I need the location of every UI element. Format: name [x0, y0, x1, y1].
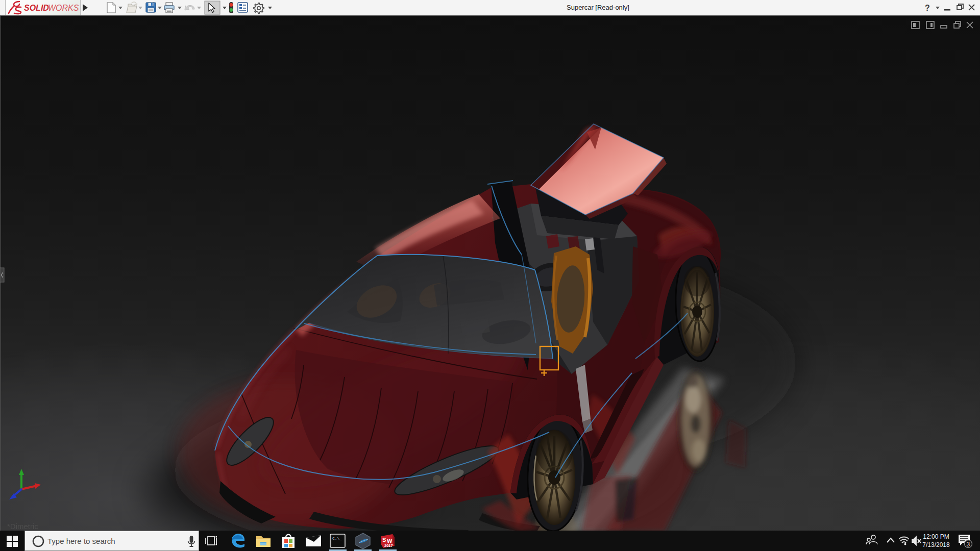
svg-text:2017: 2017: [384, 543, 393, 548]
svg-text:S: S: [382, 537, 386, 543]
svg-text:*Dimetric: *Dimetric: [7, 522, 38, 531]
svg-text:3: 3: [967, 541, 970, 548]
svg-text:?: ?: [925, 4, 930, 12]
svg-text:C:\_: C:\_: [332, 536, 342, 541]
